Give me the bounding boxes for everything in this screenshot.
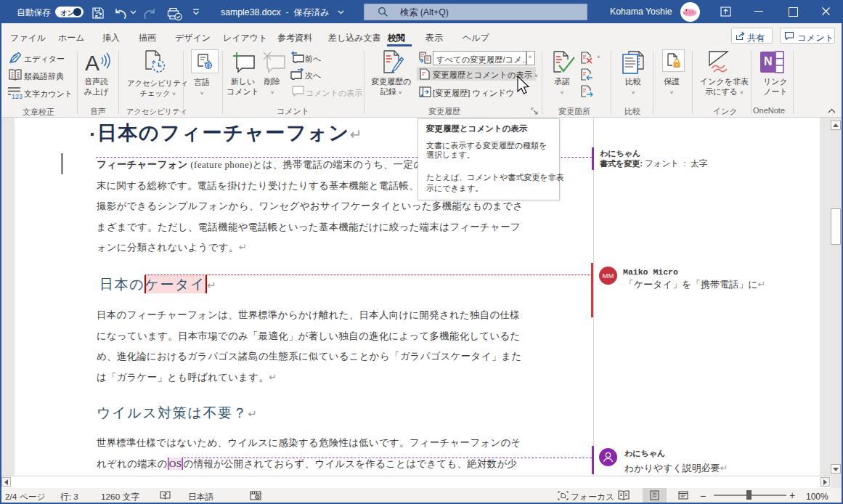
svg-text:A: A xyxy=(85,51,99,74)
svg-text:123: 123 xyxy=(12,93,23,99)
svg-text:N: N xyxy=(764,55,773,68)
